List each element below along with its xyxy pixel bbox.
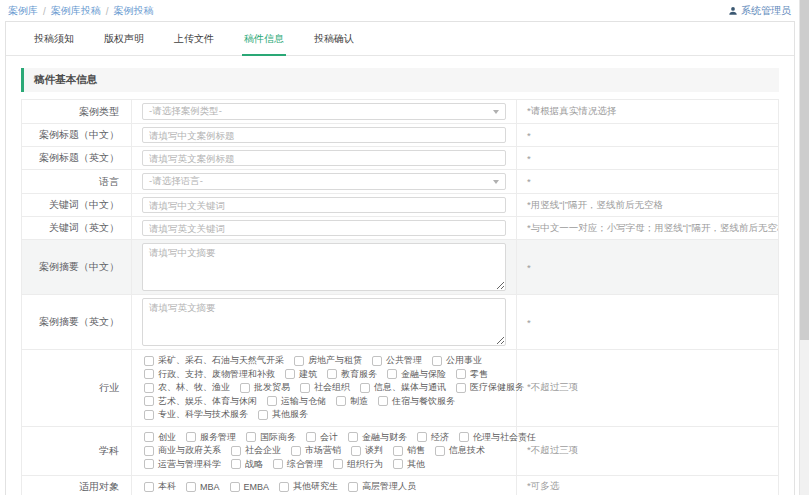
checkbox-option[interactable]: 零售 bbox=[456, 368, 488, 381]
checkbox-option[interactable]: 建筑 bbox=[285, 368, 317, 381]
checkbox-icon[interactable] bbox=[273, 459, 283, 469]
checkbox-icon[interactable] bbox=[186, 482, 196, 492]
checkbox-icon[interactable] bbox=[144, 410, 154, 420]
checkbox-option[interactable]: 创业 bbox=[144, 431, 176, 444]
breadcrumb-item-case-library-submission[interactable]: 案例库投稿 bbox=[51, 4, 101, 18]
checkbox-option[interactable]: 战略 bbox=[231, 458, 263, 471]
checkbox-icon[interactable] bbox=[393, 446, 403, 456]
checkbox-icon[interactable] bbox=[417, 432, 427, 442]
checkbox-option[interactable]: 市场营销 bbox=[291, 444, 341, 457]
checkbox-option[interactable]: 会计 bbox=[306, 431, 338, 444]
checkbox-option[interactable]: 房地产与租赁 bbox=[294, 354, 362, 367]
abstract-zh-textarea[interactable] bbox=[142, 243, 506, 291]
checkbox-option[interactable]: 综合管理 bbox=[273, 458, 323, 471]
checkbox-option[interactable]: 运输与仓储 bbox=[267, 395, 326, 408]
checkbox-option[interactable]: 高层管理人员 bbox=[348, 480, 416, 493]
tab-copyright-statement[interactable]: 版权声明 bbox=[102, 32, 146, 55]
checkbox-option[interactable]: 艺术、娱乐、体育与休闲 bbox=[144, 395, 257, 408]
checkbox-option[interactable]: 本科 bbox=[144, 480, 176, 493]
checkbox-icon[interactable] bbox=[144, 432, 154, 442]
checkbox-option[interactable]: 信息、媒体与通讯 bbox=[360, 381, 446, 394]
tab-manuscript-info[interactable]: 稿件信息 bbox=[242, 32, 286, 56]
checkbox-option[interactable]: 农、林、牧、渔业 bbox=[144, 381, 230, 394]
breadcrumb-item-case-library[interactable]: 案例库 bbox=[8, 4, 38, 18]
checkbox-option[interactable]: 其他 bbox=[393, 458, 425, 471]
checkbox-icon[interactable] bbox=[279, 482, 289, 492]
checkbox-icon[interactable] bbox=[327, 369, 337, 379]
checkbox-icon[interactable] bbox=[336, 396, 346, 406]
checkbox-icon[interactable] bbox=[231, 459, 241, 469]
checkbox-icon[interactable] bbox=[300, 383, 310, 393]
checkbox-icon[interactable] bbox=[306, 432, 316, 442]
checkbox-icon[interactable] bbox=[230, 482, 240, 492]
checkbox-icon[interactable] bbox=[378, 396, 388, 406]
keywords-en-input[interactable] bbox=[142, 220, 506, 236]
checkbox-option[interactable]: 金融与财务 bbox=[348, 431, 407, 444]
checkbox-icon[interactable] bbox=[459, 432, 469, 442]
checkbox-option[interactable]: 专业、科学与技术服务 bbox=[144, 408, 248, 421]
checkbox-icon[interactable] bbox=[231, 446, 241, 456]
checkbox-icon[interactable] bbox=[144, 446, 154, 456]
checkbox-icon[interactable] bbox=[456, 369, 466, 379]
checkbox-icon[interactable] bbox=[144, 356, 154, 366]
checkbox-option[interactable]: 国际商务 bbox=[246, 431, 296, 444]
checkbox-option[interactable]: 公共管理 bbox=[372, 354, 422, 367]
checkbox-icon[interactable] bbox=[333, 459, 343, 469]
checkbox-icon[interactable] bbox=[294, 356, 304, 366]
checkbox-icon[interactable] bbox=[144, 482, 154, 492]
checkbox-option[interactable]: 社会企业 bbox=[231, 444, 281, 457]
checkbox-icon[interactable] bbox=[291, 446, 301, 456]
checkbox-option[interactable]: 制造 bbox=[336, 395, 368, 408]
checkbox-icon[interactable] bbox=[144, 459, 154, 469]
tab-submission-confirmation[interactable]: 投稿确认 bbox=[312, 32, 356, 55]
checkbox-option[interactable]: 服务管理 bbox=[186, 431, 236, 444]
checkbox-icon[interactable] bbox=[240, 383, 250, 393]
checkbox-option[interactable]: 其他服务 bbox=[258, 408, 308, 421]
checkbox-option[interactable]: EMBA bbox=[230, 482, 270, 492]
tab-submission-notice[interactable]: 投稿须知 bbox=[32, 32, 76, 55]
checkbox-option[interactable]: 金融与保险 bbox=[387, 368, 446, 381]
checkbox-option[interactable]: 组织行为 bbox=[333, 458, 383, 471]
checkbox-option[interactable]: 公用事业 bbox=[432, 354, 482, 367]
checkbox-icon[interactable] bbox=[144, 369, 154, 379]
checkbox-option[interactable]: 运营与管理科学 bbox=[144, 458, 221, 471]
checkbox-option[interactable]: 教育服务 bbox=[327, 368, 377, 381]
checkbox-option[interactable]: 医疗保健服务 bbox=[456, 381, 524, 394]
checkbox-icon[interactable] bbox=[258, 410, 268, 420]
checkbox-option[interactable]: 行政、支持、废物管理和补救 bbox=[144, 368, 275, 381]
breadcrumb-item-case-submission[interactable]: 案例投稿 bbox=[114, 4, 154, 18]
checkbox-icon[interactable] bbox=[285, 369, 295, 379]
checkbox-option[interactable]: 商业与政府关系 bbox=[144, 444, 221, 457]
checkbox-option[interactable]: 销售 bbox=[393, 444, 425, 457]
checkbox-option[interactable]: 谈判 bbox=[351, 444, 383, 457]
checkbox-icon[interactable] bbox=[387, 369, 397, 379]
checkbox-option[interactable]: 信息技术 bbox=[435, 444, 485, 457]
checkbox-icon[interactable] bbox=[360, 383, 370, 393]
checkbox-option[interactable]: MBA bbox=[186, 482, 220, 492]
checkbox-option[interactable]: 社会组织 bbox=[300, 381, 350, 394]
case-title-en-input[interactable] bbox=[142, 150, 506, 166]
checkbox-icon[interactable] bbox=[186, 432, 196, 442]
keywords-zh-input[interactable] bbox=[142, 197, 506, 213]
checkbox-option[interactable]: 采矿、采石、石油与天然气开采 bbox=[144, 354, 284, 367]
abstract-en-textarea[interactable] bbox=[142, 298, 506, 346]
checkbox-icon[interactable] bbox=[144, 396, 154, 406]
checkbox-option[interactable]: 经济 bbox=[417, 431, 449, 444]
case-title-zh-input[interactable] bbox=[142, 127, 506, 143]
checkbox-option[interactable]: 批发贸易 bbox=[240, 381, 290, 394]
checkbox-option[interactable]: 住宿与餐饮服务 bbox=[378, 395, 455, 408]
checkbox-icon[interactable] bbox=[372, 356, 382, 366]
language-select[interactable]: -请选择语言- bbox=[142, 173, 506, 190]
checkbox-icon[interactable] bbox=[351, 446, 361, 456]
checkbox-icon[interactable] bbox=[432, 356, 442, 366]
checkbox-icon[interactable] bbox=[348, 432, 358, 442]
checkbox-icon[interactable] bbox=[348, 482, 358, 492]
checkbox-icon[interactable] bbox=[267, 396, 277, 406]
scrollbar-thumb[interactable] bbox=[800, 0, 809, 340]
scrollbar[interactable] bbox=[799, 0, 809, 495]
checkbox-option[interactable]: 其他研究生 bbox=[279, 480, 338, 493]
checkbox-icon[interactable] bbox=[393, 459, 403, 469]
checkbox-icon[interactable] bbox=[144, 383, 154, 393]
checkbox-icon[interactable] bbox=[435, 446, 445, 456]
checkbox-icon[interactable] bbox=[246, 432, 256, 442]
